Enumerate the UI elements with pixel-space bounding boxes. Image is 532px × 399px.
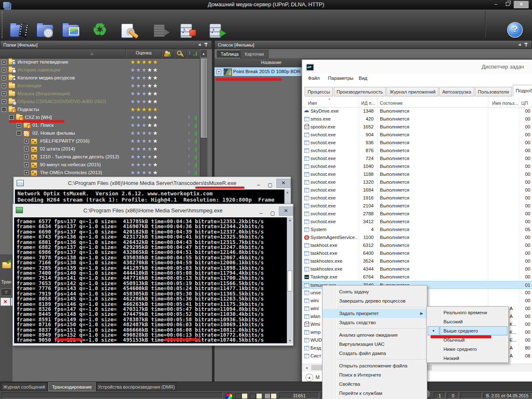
rating-stars[interactable]: ★★★★★ [126,169,162,177]
tsmuxer-console-titlebar[interactable]: C:\Program Files (x86)\Home Media Server… [14,177,291,190]
tab-автозагрузка[interactable]: Автозагрузка [439,87,474,96]
tree-item[interactable]: +Коллекции★★★★★ [0,82,200,90]
collapse-left-icon[interactable]: ◀ [198,41,201,49]
pin-icon[interactable] [204,42,208,47]
context-menu-item[interactable]: Поиск в Интернете [323,370,427,379]
bottom-tab-2[interactable]: Устройства воспроизведения (DMR) [96,382,176,391]
priority-menu-item[interactable]: Реального времени [427,308,508,317]
expander-icon[interactable]: - [9,115,14,120]
rating-stars[interactable]: ★★★★★ [126,161,162,169]
context-menu-item[interactable]: Снять задачу [323,287,427,296]
tab-производительность[interactable]: Производительность [334,87,386,96]
process-row[interactable]: Taskmgr.exe6764Выполняется00 [302,273,532,281]
process-row[interactable]: svchost.exe1916Выполняется00 [302,194,532,202]
console-scrollbar[interactable]: ▲ ▼ [287,217,293,343]
fewer-details-label[interactable]: М [315,374,320,380]
expander-icon[interactable]: - [17,131,21,135]
context-menu-item[interactable]: Задать приоритет▶ [323,309,427,318]
close-icon[interactable]: ✕ [514,1,529,8]
rating-stars[interactable]: ★★★★★ [126,98,162,106]
tree-item[interactable]: +02 штата (2014)★★★★★↑ [0,145,200,153]
rating-stars[interactable]: ★★★★★ [126,90,162,98]
expander-icon[interactable]: + [24,155,29,159]
rating-stars[interactable]: ★★★★★ [126,66,162,74]
menu-файл[interactable]: Файл [308,76,320,81]
process-row[interactable]: taskhost.exe6312Выполняется00 [302,241,532,249]
expander-icon[interactable]: + [24,163,29,167]
process-row[interactable]: svchost.exe1188Выполняется00 [302,170,532,178]
menu-вид[interactable]: Вид [359,76,367,81]
context-menu-item[interactable]: Свойства [323,379,427,389]
tree-item[interactable]: +Интернет телевидение★★★★★ [0,58,200,66]
users-access-icon[interactable] [164,51,171,57]
priority-menu-item[interactable]: Высокий [427,317,508,326]
process-row[interactable]: svchost.exe2788Выполняется00 [302,210,532,218]
tree-item[interactable]: +The OMEn Chronicles (2013)★★★★★↑ [0,169,200,177]
column-cpu[interactable]: ЦП [521,101,528,106]
process-row[interactable]: taskhost.exe6400Выполняется00 [302,249,532,257]
scrollbar-thumb[interactable] [288,271,292,291]
scroll-up-icon[interactable]: ▲ [200,49,207,58]
access-key-icon[interactable] [177,51,183,57]
upload-sort-icon[interactable]: ↑ [188,50,197,57]
task-manager-titlebar[interactable]: Диспетчер задач [302,60,532,74]
process-row[interactable]: svchost.exe1684Выполняется00 [302,186,532,194]
minimize-icon[interactable]: – [490,1,501,8]
close-icon[interactable]: ✕ [276,179,291,188]
tab-cards[interactable]: Карточки [240,50,268,58]
pin-icon[interactable] [525,42,528,47]
tree-item[interactable]: +История навигации★★★★★ [0,66,200,74]
process-row[interactable]: svchost.exe3412Выполняется00 [302,218,532,226]
process-row[interactable]: taskhostex.exe3524Выполняется00 [302,257,532,265]
process-row[interactable]: svchost.exe876Выполняется00 [302,147,532,155]
tree-item[interactable]: +Каталоги медиа-ресурсов★★★★★ [0,74,200,82]
menu-параметры[interactable]: Параметры [328,76,353,81]
scroll-down-icon[interactable]: ▼ [287,339,293,342]
priority-menu-item[interactable]: Ниже среднего [427,345,508,354]
context-menu-item[interactable]: Анализ цепочки ожидания [323,330,427,340]
priority-menu-item[interactable]: Низкий [427,354,508,363]
process-row[interactable]: svchost.exe724Выполняется00 [302,155,532,163]
tab-пользователи[interactable]: Пользователи [475,87,512,96]
expander-icon[interactable]: + [217,69,221,74]
scroll-up-icon[interactable]: ▲ [285,191,290,194]
restore-icon[interactable] [502,1,513,8]
bottom-tab-1[interactable]: Транскодирование [48,382,96,391]
column-status[interactable]: Состояние [380,101,403,106]
toolbar-drag-handle[interactable] [2,12,4,38]
tab-подробности[interactable]: Подробности [513,85,532,96]
expander-icon[interactable]: + [24,147,29,151]
rating-stars[interactable]: ★★★★★ [126,137,162,145]
process-row[interactable]: svchost.exe2104Выполняется00 [302,202,532,210]
close-icon[interactable]: ✕ [279,207,293,216]
context-menu-item[interactable]: Виртуализация UAC [323,340,427,349]
process-row[interactable]: SkyDrive.exe1348Выполняется00 [302,107,532,115]
delete-button[interactable]: ✕ [0,298,10,306]
filter-button[interactable]: ▽ [1,288,12,296]
context-menu-item[interactable]: Перейти к службам [323,389,427,398]
rating-stars[interactable]: ★★★★★ [126,145,162,153]
rating-stars[interactable]: ★★★★★ [126,121,162,129]
process-row[interactable]: svchost.exe1320Выполняется00 [302,178,532,186]
expander-icon[interactable]: + [2,91,6,96]
tree-scrollbar[interactable] [200,58,207,177]
expander-icon[interactable]: + [2,68,6,72]
process-row[interactable]: spoolsv.exe1652Выполняется00 [302,123,532,131]
tab-процессы[interactable]: Процессы [305,87,333,96]
expander-icon[interactable]: + [2,76,6,80]
tab-журнал приложений[interactable]: Журнал приложений [387,87,438,96]
process-row[interactable]: svchost.exe936Выполняется00 [302,139,532,147]
tree-item[interactable]: +1210 - Тысяча двести десять (2012)★★★★★… [0,153,200,161]
bottom-tab-0[interactable]: Журнал сообщений [1,382,47,391]
column-user[interactable]: Имя польз... [492,101,518,106]
expander-icon[interactable]: + [2,60,6,64]
column-name[interactable]: Имя [308,101,317,106]
process-row[interactable]: svchost.exe904Выполняется00 [302,131,532,139]
process-row[interactable]: SystemAgentService....1100Выполняется00 [302,234,532,241]
context-menu-item[interactable]: Задать сходство [323,318,427,327]
expander-icon[interactable]: - [2,107,6,112]
hmsmpeg-console-titlebar[interactable]: C:\Program Files (x86)\Home Media Server… [13,204,293,217]
collapse-circle-icon[interactable]: ▲ [305,374,313,382]
tree-item[interactable]: +Образы CD/SACD/DVD/DVD-A/BD (ISO)★★★★★ [0,98,200,106]
process-table-header[interactable]: Имя ИД п... Состояние Имя польз... ЦП [302,96,532,108]
